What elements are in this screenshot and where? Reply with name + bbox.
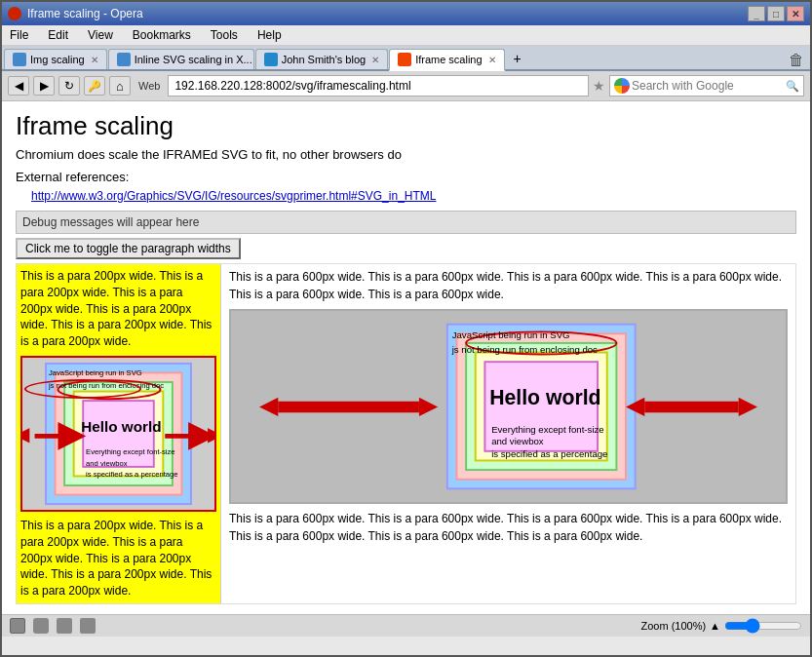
debug-message: Debug messages will appear here [22,215,199,229]
menu-file[interactable]: File [6,27,32,43]
page-title: Iframe scaling [16,111,796,141]
menu-bookmarks[interactable]: Bookmarks [129,27,195,43]
opera-icon [8,7,21,20]
home-page-button[interactable]: ⌂ [109,76,131,96]
page-content: Iframe scaling Chromium does scale the I… [2,101,810,614]
left-arrow-left: ◀ [20,422,29,445]
page-subtitle: Chromium does scale the IFRAMEd SVG to f… [16,147,796,162]
browser-window: Iframe scaling - Opera _ □ ✕ File Edit V… [0,0,812,657]
iframe-right: JavaScript being run in SVG js not being… [229,309,788,504]
menu-bar: File Edit View Bookmarks Tools Help [2,25,810,46]
svg-text:Hello world: Hello world [489,386,600,408]
status-icon-lock [80,618,96,634]
tab-inline-svg[interactable]: Inline SVG scaling in X... ✕ [108,49,254,69]
menu-tools[interactable]: Tools [207,27,242,43]
minimize-button[interactable]: _ [748,6,765,21]
svg-text:JavaScript being run in SVG: JavaScript being run in SVG [452,329,570,340]
tabs-bar: Img scaling ✕ Inline SVG scaling in X...… [2,46,810,71]
svg-text:Everything except font-size: Everything except font-size [86,447,175,456]
zoom-up-icon[interactable]: ▲ [710,620,720,632]
tab-john-blog[interactable]: John Smith's blog ✕ [255,49,388,69]
tab-label-iframe: Iframe scaling [415,54,482,65]
svg-text:and viewbox: and viewbox [86,459,128,468]
svg-text:Everything except font-size: Everything except font-size [491,424,604,435]
tab-label-img: Img scaling [30,54,85,65]
external-link[interactable]: http://www.w3.org/Graphics/SVG/IG/resour… [31,189,436,203]
menu-help[interactable]: Help [253,27,286,43]
home-button[interactable]: 🔑 [84,76,105,96]
status-icon-page [10,618,25,634]
forward-button[interactable]: ▶ [33,76,55,96]
para-200-top: This is a para 200px wide. This is a par… [20,268,216,350]
maximize-button[interactable]: □ [767,6,785,21]
trash-icon[interactable]: 🗑 [789,52,804,69]
tab-img-scaling[interactable]: Img scaling ✕ [4,49,107,69]
tab-close-blog[interactable]: ✕ [371,55,379,65]
title-bar: Iframe scaling - Opera _ □ ✕ [2,2,810,25]
tab-icon-blog [264,53,278,66]
svg-text:Hello world: Hello world [81,418,161,435]
address-input[interactable] [168,75,589,97]
tab-icon-svg [117,53,131,66]
menu-edit[interactable]: Edit [44,27,72,43]
para-600-top: This is a para 600px wide. This is a par… [229,268,788,303]
left-column-200px: This is a para 200px wide. This is a par… [17,264,221,603]
toggle-paragraph-button[interactable]: Click me to toggle the paragraph widths [16,238,241,259]
status-bar: Zoom (100%) ▲ [2,614,810,637]
search-box: 🔍 [609,75,804,97]
search-submit-icon[interactable]: 🔍 [786,80,799,93]
svg-text:js not being run from enclosin: js not being run from enclosing doc [451,344,598,355]
para-600-bottom: This is a para 600px wide. This is a par… [229,510,788,545]
tab-label-svg: Inline SVG scaling in X... [135,54,252,65]
bookmark-star[interactable]: ★ [593,78,605,94]
back-button[interactable]: ◀ [8,76,29,96]
iframe-left: JavaScript being run in SVG js not being… [20,356,216,512]
title-bar-left: Iframe scaling - Opera [8,7,143,20]
new-tab-button[interactable]: + [506,48,529,69]
window-title: Iframe scaling - Opera [27,7,143,20]
window-controls: _ □ ✕ [748,6,804,21]
tab-label-blog: John Smith's blog [282,54,366,65]
para-200-bottom: This is a para 200px wide. This is a par… [20,518,216,599]
tab-iframe-scaling[interactable]: Iframe scaling ✕ [389,49,504,71]
address-bar: ◀ ▶ ↻ 🔑 ⌂ Web ★ 🔍 [2,71,810,101]
tab-icon-img [13,53,26,66]
tab-close-img[interactable]: ✕ [91,55,98,65]
menu-view[interactable]: View [84,27,117,43]
svg-right: JavaScript being run in SVG js not being… [235,315,782,498]
zoom-area: Zoom (100%) ▲ [640,618,802,634]
reload-button[interactable]: ↻ [58,76,80,96]
svg-text:is specified as a percentage: is specified as a percentage [491,448,607,459]
google-search-icon [614,78,630,94]
svg-text:is specified as a percentage: is specified as a percentage [86,470,178,479]
oval-highlight-left [24,379,141,399]
right-column-600px: This is a para 600px wide. This is a par… [221,264,795,603]
external-label: External references: [16,170,796,184]
svg-text:JavaScript being run in SVG: JavaScript being run in SVG [49,368,142,377]
close-button[interactable]: ✕ [787,6,804,21]
svg-text:and viewbox: and viewbox [491,436,544,446]
status-icon-cloud [33,618,49,634]
tab-icon-iframe [398,53,411,66]
debug-bar: Debug messages will appear here [16,211,796,234]
content-area: This is a para 200px wide. This is a par… [16,263,796,604]
address-label: Web [135,80,164,92]
status-icon-sync [57,618,72,634]
zoom-slider[interactable] [724,618,802,634]
search-input[interactable] [632,79,784,93]
zoom-label: Zoom (100%) [640,620,706,632]
left-arrow-right: ▶ [208,422,216,445]
tab-close-iframe[interactable]: ✕ [488,55,496,65]
